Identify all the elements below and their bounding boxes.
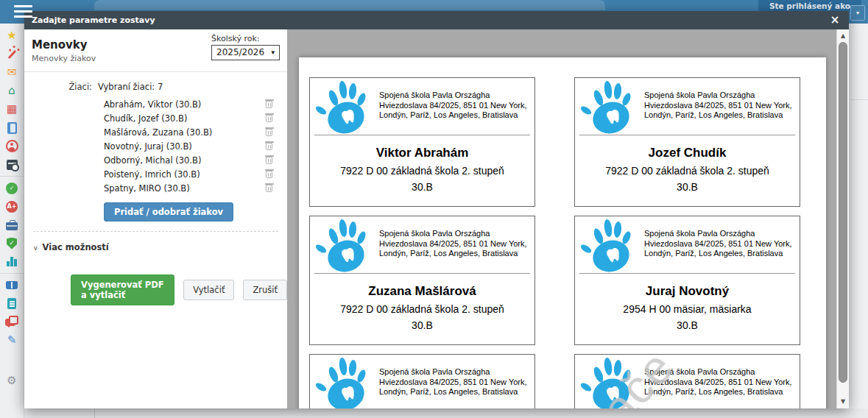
cards-grid: Spojená škola Pavla Országha Hviezdoslav… <box>309 77 800 408</box>
student-row: Abrahám, Viktor (30.B) <box>24 97 287 111</box>
student-row: Poistený, Imrich (30.B) <box>24 167 287 181</box>
scrollbar-thumb[interactable] <box>839 42 847 383</box>
print-button[interactable]: Vytlačiť <box>183 280 234 300</box>
modal-header: Zadajte parametre zostavy × <box>24 11 849 29</box>
chevron-down-icon: ∨ <box>33 244 38 252</box>
card-divider <box>314 135 530 135</box>
more-options-label: Viac možností <box>43 242 109 252</box>
trash-icon[interactable] <box>266 143 272 150</box>
card-program: 7922 D 00 základná škola 2. stupeň <box>575 165 800 177</box>
student-row: Chudík, Jozef (30.B) <box>24 111 287 125</box>
school-address: Spojená škola Pavla Országha Hviezdoslav… <box>379 367 532 397</box>
calendar-icon[interactable] <box>0 155 24 174</box>
student-row: Novotný, Juraj (30.B) <box>24 139 287 153</box>
chevron-down-icon: ▾ <box>271 46 275 60</box>
page-bottom-strip <box>24 408 868 418</box>
school-address: Spojená škola Pavla Országha Hviezdoslav… <box>644 229 797 259</box>
logged-in-button[interactable]: Ste prihlásený ako <box>758 0 861 12</box>
print-preview-area: Spojená škola Pavla Országha Hviezdoslav… <box>287 29 849 408</box>
school-address: Spojená škola Pavla Országha Hviezdoslav… <box>379 91 532 121</box>
home-icon[interactable]: ⌂ <box>0 82 24 100</box>
preview-scrollbar[interactable]: ▲ ▼ <box>836 29 849 408</box>
school-year-label: Školský rok: <box>211 34 280 43</box>
card-program: 7922 D 00 základná škola 2. stupeň <box>310 303 534 315</box>
document-icon[interactable] <box>0 294 24 313</box>
grade-a-plus-icon[interactable]: A+ <box>0 197 24 216</box>
school-address: Spojená škola Pavla Országha Hviezdoslav… <box>644 367 797 397</box>
handprint-logo-icon <box>579 356 638 408</box>
app-root: Ste prihlásený ako ▾ ★✉⌂▦✓A+✎⚙ Zadajte p… <box>0 0 868 418</box>
chat-icon[interactable] <box>0 313 24 331</box>
close-icon[interactable]: × <box>828 11 841 29</box>
card-divider <box>314 273 530 274</box>
students-label: Žiaci: <box>24 82 98 92</box>
school-year-value: 2025/2026 <box>216 46 264 60</box>
trash-icon[interactable] <box>266 101 272 108</box>
gear-icon[interactable]: ⚙ <box>0 372 24 390</box>
student-name: Abrahám, Viktor (30.B) <box>104 99 201 110</box>
name-tag-card: Spojená škola Pavla Országha Hviezdoslav… <box>574 216 800 345</box>
page-right-edge <box>850 24 868 418</box>
trash-icon[interactable] <box>266 157 272 164</box>
chart-icon[interactable] <box>0 252 24 271</box>
modal-title: Zadajte parametre zostavy <box>32 15 155 25</box>
card-class: 30.B <box>310 181 534 193</box>
name-tag-card: Spojená škola Pavla Országha Hviezdoslav… <box>574 77 800 207</box>
report-parameters-modal: Zadajte parametre zostavy × Menovky Meno… <box>24 11 849 408</box>
card-program: 7922 D 00 základná škola 2. stupeň <box>310 165 534 177</box>
preview-page: Spojená škola Pavla Országha Hviezdoslav… <box>299 57 826 408</box>
report-form-panel: Menovky Menovky žiakov Školský rok: 2025… <box>24 29 287 408</box>
handprint-logo-icon <box>314 356 373 408</box>
trash-icon[interactable] <box>266 171 272 178</box>
student-list: Abrahám, Viktor (30.B) Chudík, Jozef (30… <box>24 97 287 195</box>
name-tag-card: Spojená škola Pavla Országha Hviezdoslav… <box>309 354 535 408</box>
card-divider <box>579 273 795 274</box>
scroll-up-icon[interactable]: ▲ <box>837 31 849 41</box>
student-name: Odborný, Michal (30.B) <box>104 155 201 166</box>
handprint-logo-icon <box>314 79 373 138</box>
card-student-name: Jozef Chudík <box>575 146 800 160</box>
trash-icon[interactable] <box>266 115 272 122</box>
student-name: Chudík, Jozef (30.B) <box>104 113 187 124</box>
card-class: 30.B <box>575 181 800 193</box>
menu-icon[interactable] <box>14 5 32 18</box>
student-row: Odborný, Michal (30.B) <box>24 153 287 167</box>
mail-icon[interactable]: ✉ <box>0 63 24 82</box>
top-tab-hint <box>94 0 605 10</box>
school-address: Spojená škola Pavla Országha Hviezdoslav… <box>379 229 532 259</box>
card-student-name: Juraj Novotný <box>575 284 800 299</box>
user-dropdown-button[interactable]: ▾ <box>850 5 865 21</box>
wand-icon[interactable] <box>0 45 24 63</box>
selected-count-label: Vybraní žiaci: 7 <box>98 82 163 92</box>
more-options-toggle[interactable]: ∨Viac možností <box>33 242 287 252</box>
book-icon[interactable] <box>0 276 24 294</box>
check-circle-icon[interactable]: ✓ <box>0 179 24 197</box>
chevron-down-icon: ▾ <box>856 10 859 16</box>
handprint-logo-icon <box>579 218 638 277</box>
card-student-name: Viktor Abrahám <box>310 146 534 160</box>
trash-icon[interactable] <box>266 129 272 136</box>
student-name: Poistený, Imrich (30.B) <box>104 169 200 180</box>
cancel-button[interactable]: Zrušiť <box>243 280 287 300</box>
school-year-select[interactable]: 2025/2026 ▾ <box>211 45 280 60</box>
person-icon[interactable] <box>0 137 24 155</box>
sidebar: ★✉⌂▦✓A+✎⚙ <box>0 24 24 418</box>
add-remove-students-button[interactable]: Pridať / odobrať žiakov <box>104 202 233 222</box>
star-icon[interactable]: ★ <box>0 26 24 45</box>
trash-icon[interactable] <box>266 185 272 192</box>
notebook-icon[interactable] <box>0 118 24 137</box>
divider <box>33 231 278 232</box>
generate-pdf-button[interactable]: Vygenerovať PDF a vytlačiť <box>71 274 174 305</box>
card-program: 2954 H 00 mäsiar, mäsiarka <box>575 303 800 315</box>
card-class: 30.B <box>575 319 800 331</box>
shield-icon[interactable] <box>0 234 24 252</box>
card-divider <box>579 135 795 135</box>
student-name: Mašlárová, Zuzana (30.B) <box>104 127 212 138</box>
card-student-name: Zuzana Mašlárová <box>310 284 534 299</box>
pen-icon[interactable]: ✎ <box>0 331 24 350</box>
card-class: 30.B <box>310 319 534 331</box>
briefcase-icon[interactable] <box>0 216 24 234</box>
timetable-icon[interactable]: ▦ <box>0 100 24 118</box>
scroll-down-icon[interactable]: ▼ <box>837 397 849 407</box>
handprint-logo-icon <box>579 79 638 138</box>
